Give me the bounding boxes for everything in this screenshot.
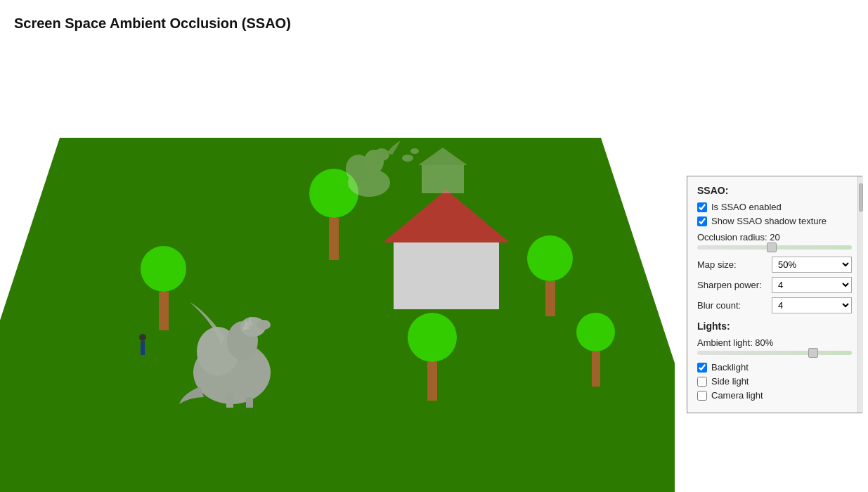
panel-scrollbar[interactable] [857,176,863,413]
tree-5 [576,313,615,387]
sharpen-power-label: Sharpen power: [697,280,767,290]
lights-section-title: Lights: [697,321,852,332]
ambient-light-track[interactable] [697,351,852,355]
person [139,334,146,355]
ssao-section-title: SSAO: [697,185,852,196]
ambient-light-thumb[interactable] [808,348,818,358]
map-size-select[interactable]: 50% 25% 75% 100% [772,257,852,273]
ssao-enabled-label[interactable]: Is SSAO enabled [711,202,782,212]
show-shadow-row: Show SSAO shadow texture [697,216,852,226]
page-title: Screen Space Ambient Occlusion (SSAO) [14,15,291,32]
svg-rect-6 [246,397,253,408]
backlight-row: Backlight [697,362,852,373]
camera-light-row: Camera light [697,390,852,401]
side-light-label[interactable]: Side light [711,376,749,387]
camera-light-checkbox[interactable] [697,391,707,401]
svg-rect-13 [422,165,464,193]
tree-3 [527,235,573,316]
svg-point-16 [410,148,419,154]
blur-count-select[interactable]: 4 2 6 8 [772,297,852,313]
show-shadow-label[interactable]: Show SSAO shadow texture [711,216,827,226]
sharpen-power-select[interactable]: 4 2 6 8 [772,277,852,293]
svg-rect-5 [226,394,233,408]
ssao-enabled-row: Is SSAO enabled [697,202,852,212]
camera-light-label[interactable]: Camera light [711,390,763,401]
ambient-light-label: Ambient light: 80% [697,337,852,348]
side-light-checkbox[interactable] [697,377,707,387]
side-light-row: Side light [697,376,852,387]
scene-container [0,56,675,492]
svg-point-15 [402,155,413,162]
ghost-models [323,127,478,211]
svg-point-12 [374,148,389,161]
map-size-label: Map size: [697,259,767,270]
backlight-label[interactable]: Backlight [711,362,749,373]
show-shadow-checkbox[interactable] [697,216,707,226]
blur-count-label: Blur count: [697,300,767,311]
occlusion-radius-track[interactable] [697,245,852,250]
sharpen-power-row: Sharpen power: 4 2 6 8 [697,277,852,293]
svg-point-4 [257,320,271,330]
house [394,239,499,309]
control-panel: SSAO: Is SSAO enabled Show SSAO shadow t… [687,176,862,413]
backlight-checkbox[interactable] [697,363,707,373]
occlusion-radius-thumb[interactable] [767,242,777,252]
svg-marker-14 [418,148,467,165]
blur-count-row: Blur count: 4 2 6 8 [697,297,852,313]
occlusion-radius-row: Occlusion radius: 20 [697,232,852,250]
ambient-light-row: Ambient light: 80% [697,337,852,355]
occlusion-radius-label: Occlusion radius: 20 [697,232,852,242]
map-size-row: Map size: 50% 25% 75% 100% [697,257,852,273]
ssao-enabled-checkbox[interactable] [697,202,707,212]
tree-4 [408,313,457,401]
panel-scrollbar-thumb[interactable] [859,183,863,212]
dragon-model [176,281,288,408]
